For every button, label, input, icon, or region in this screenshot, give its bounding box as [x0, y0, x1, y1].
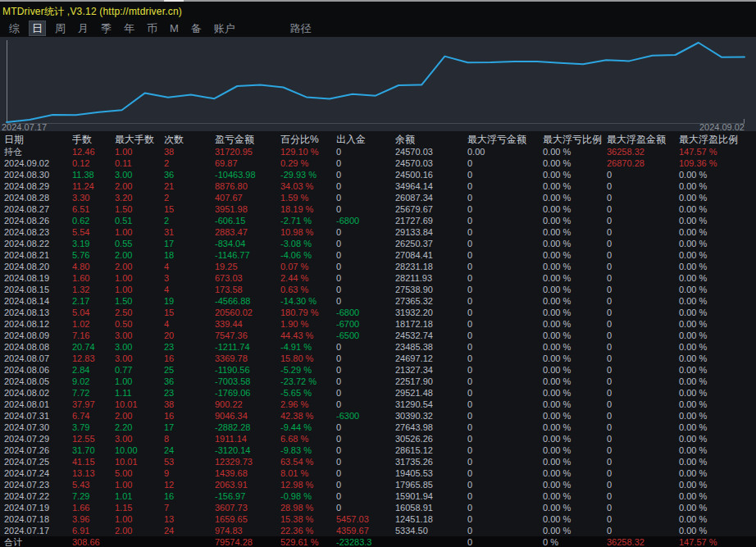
cell: 3951.98	[215, 203, 280, 215]
cell: 0	[607, 525, 679, 536]
cell: 0	[607, 422, 679, 433]
table-row[interactable]: 2024.07.316.742.00169046.3442.38 %-63003…	[0, 410, 756, 422]
table-row[interactable]: 2024.07.227.291.0116-156.97-0.98 %015901…	[0, 490, 756, 502]
table-row[interactable]: 2024.08.121.020.504339.441.90 %-67001817…	[0, 318, 756, 330]
cell: 15.80 %	[280, 353, 336, 364]
cell: 27084.41	[395, 249, 467, 261]
total-row[interactable]: 合计308.6679574.28529.61 %-23283.300 %3625…	[0, 536, 756, 547]
cell: 0	[607, 387, 679, 399]
cell: 0	[607, 238, 679, 249]
cell: -10463.98	[215, 169, 280, 180]
menu-item-M[interactable]: M	[167, 21, 181, 35]
table-row[interactable]: 2024.07.235.431.00122063.9112.98 %017965…	[0, 479, 756, 490]
cell: 24697.12	[395, 353, 467, 364]
menu-item-币[interactable]: 币	[144, 21, 160, 35]
cell: 31720.95	[215, 146, 280, 157]
cell: 0	[467, 376, 543, 387]
table-row[interactable]: 2024.07.183.961.00131659.6515.38 %5457.0…	[0, 513, 756, 525]
cell: 0.00 %	[543, 169, 607, 180]
cell: -5.29 %	[280, 364, 336, 376]
cell: 3	[164, 272, 215, 284]
cell: 27538.90	[395, 284, 467, 295]
table-row[interactable]: 2024.08.142.171.5019-4566.88-14.30 %0273…	[0, 295, 756, 307]
cell: 11.38	[72, 169, 115, 180]
table-row[interactable]: 2024.08.223.190.5517-834.04-3.08 %026250…	[0, 238, 756, 249]
cell: 308.66	[72, 536, 115, 547]
menu-item-备[interactable]: 备	[189, 21, 204, 35]
cell: 18.19 %	[280, 203, 336, 215]
cell: 5.54	[72, 226, 115, 238]
table-row[interactable]: 2024.08.0820.743.0023-1211.74-4.91 %0234…	[0, 341, 756, 353]
cell: 0	[336, 180, 395, 192]
table-row[interactable]: 2024.08.260.620.512-606.15-2.71 %-680021…	[0, 215, 756, 226]
table-row[interactable]: 2024.09.020.120.11269.870.29 %024570.030…	[0, 157, 756, 169]
table-row[interactable]: 2024.08.215.762.0018-1146.77-4.06 %02708…	[0, 249, 756, 261]
table-row[interactable]: 2024.07.2541.1510.015312329.7363.54 %031…	[0, 456, 756, 467]
cell: -6800	[336, 307, 395, 318]
cell: 2024.08.22	[0, 238, 72, 249]
cell: 0	[607, 467, 679, 479]
table-row[interactable]: 2024.08.283.303.202407.671.59 %026087.34…	[0, 192, 756, 203]
table-row[interactable]: 2024.07.176.912.0024974.8322.36 %4359.67…	[0, 525, 756, 536]
table-row[interactable]: 2024.08.3011.383.0036-10463.98-29.93 %02…	[0, 169, 756, 180]
cell: 16	[164, 490, 215, 502]
cell: 23	[164, 341, 215, 353]
cell: 2.44 %	[280, 272, 336, 284]
menu-item-综[interactable]: 综	[7, 21, 22, 35]
cell: 0.00 %	[679, 203, 756, 215]
table-row[interactable]: 2024.08.276.511.50153951.9818.19 %025679…	[0, 203, 756, 215]
menu-item-日[interactable]: 日	[30, 21, 45, 35]
table-row[interactable]: 2024.08.062.840.7725-1190.56-5.29 %02132…	[0, 364, 756, 376]
table-row[interactable]: 2024.08.0137.9710.0138900.222.96 %031290…	[0, 399, 756, 410]
cell: 0	[336, 146, 395, 157]
table-row[interactable]: 2024.08.135.042.501520560.02180.79 %-680…	[0, 307, 756, 318]
cell: 0.00 %	[679, 410, 756, 422]
table-row[interactable]: 2024.08.059.021.0036-7003.58-23.72 %0225…	[0, 376, 756, 387]
cell: 3.79	[72, 422, 115, 433]
cell: 2.00	[115, 180, 164, 192]
cell: 0.00 %	[543, 238, 607, 249]
cell: 8.01 %	[280, 467, 336, 479]
menu-item-年[interactable]: 年	[121, 21, 137, 35]
column-header: 最大浮亏比例	[543, 134, 607, 146]
table-row[interactable]: 2024.07.2631.7010.0024-3120.14-9.83 %028…	[0, 444, 756, 456]
column-header: 盈亏金额	[215, 134, 280, 146]
cell: 25	[164, 364, 215, 376]
cell: 31	[164, 226, 215, 238]
table-row[interactable]: 持仓12.461.003831720.95129.10 %024570.030.…	[0, 146, 756, 157]
cell: 23485.38	[395, 341, 467, 353]
cell: 69.87	[215, 157, 280, 169]
menu-item-周[interactable]: 周	[52, 21, 68, 35]
table-row[interactable]: 2024.08.235.541.00312883.4710.98 %029133…	[0, 226, 756, 238]
table-row[interactable]: 2024.07.191.661.1573607.7328.98 %016058.…	[0, 502, 756, 513]
table-row[interactable]: 2024.08.191.601.003673.032.44 %028211.93…	[0, 272, 756, 284]
cell: 1.15	[115, 502, 164, 513]
table-row[interactable]: 2024.07.303.792.2017-2882.28-9.44 %02764…	[0, 422, 756, 433]
menu-item-月[interactable]: 月	[75, 21, 91, 35]
cell: 0.00 %	[679, 456, 756, 467]
table-row[interactable]: 2024.07.2413.135.0091439.688.01 %019405.…	[0, 467, 756, 479]
table-row[interactable]: 2024.08.0712.833.00163369.7815.80 %02469…	[0, 353, 756, 364]
menu-items: 综日周月季年币M备账户	[0, 21, 238, 35]
menu-item-path[interactable]: 路径	[290, 21, 312, 36]
cell: 0	[467, 261, 543, 272]
cell: 0	[336, 399, 395, 410]
table-row[interactable]: 2024.07.2912.553.0081911.146.68 %030526.…	[0, 433, 756, 444]
menu-item-季[interactable]: 季	[98, 21, 114, 35]
table-row[interactable]: 2024.08.151.321.004173.580.63 %027538.90…	[0, 284, 756, 295]
cell: 0	[607, 364, 679, 376]
cell: 0.00 %	[679, 387, 756, 399]
cell: 2.00	[115, 410, 164, 422]
table-row[interactable]: 2024.08.097.163.00207547.3644.43 %-65002…	[0, 330, 756, 341]
table-row[interactable]: 2024.08.2911.242.00218876.8034.03 %03496…	[0, 180, 756, 192]
cell: 0	[467, 444, 543, 456]
table-row[interactable]: 2024.08.027.721.1123-1769.06-5.65 %02952…	[0, 387, 756, 399]
cell: 0.00 %	[679, 249, 756, 261]
table-row[interactable]: 2024.08.204.802.00419.250.07 %028231.180…	[0, 261, 756, 272]
cell: 1.50	[115, 295, 164, 307]
cell: 1.60	[72, 272, 115, 284]
cell: 1.32	[72, 284, 115, 295]
cell: 2024.08.08	[0, 341, 72, 353]
menu-item-账户[interactable]: 账户	[212, 21, 238, 35]
cell: 2024.08.21	[0, 249, 72, 261]
